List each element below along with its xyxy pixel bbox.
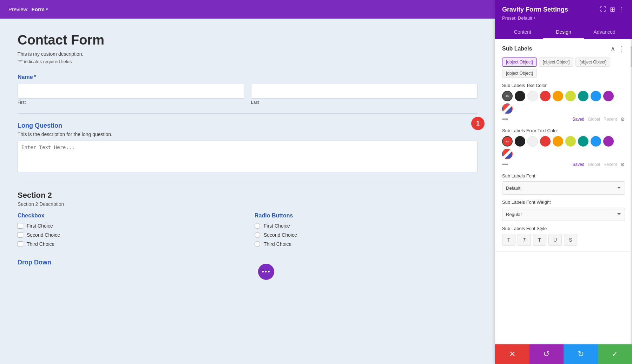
gear-icon-1[interactable]: ⚙ — [620, 116, 625, 122]
swatch-gradient-text[interactable] — [502, 103, 513, 114]
collapse-button[interactable]: ∧ — [611, 45, 615, 53]
first-name-input[interactable] — [18, 84, 244, 99]
form-content: 1 Contact Form This is my custom descrip… — [0, 19, 495, 364]
two-col: Checkbox First Choice Second Choice Thir… — [18, 213, 478, 250]
required-star: * — [34, 74, 36, 80]
font-select[interactable]: Default Arial Georgia — [502, 181, 625, 195]
radio-item-2[interactable]: Second Choice — [255, 232, 478, 238]
checkbox-item-2[interactable]: Second Choice — [18, 232, 241, 238]
checkbox-box-1[interactable] — [18, 223, 23, 229]
swatch-blue-text[interactable] — [591, 91, 601, 101]
swatch-gradient-error[interactable] — [502, 149, 513, 159]
swatch-yellow-error[interactable] — [565, 136, 576, 147]
radio-choice-1: First Choice — [264, 223, 290, 229]
settings-panel: Gravity Form Settings ⛶ ⊞ ⋮ Preset: Defa… — [495, 0, 632, 364]
font-style-underline[interactable]: U — [548, 234, 562, 246]
swatch-white-error[interactable] — [527, 136, 538, 147]
font-weight-select[interactable]: Regular Bold Light — [502, 208, 625, 221]
checkbox-item-3[interactable]: Third Choice — [18, 241, 241, 247]
settings-header: Gravity Form Settings ⛶ ⊞ ⋮ Preset: Defa… — [495, 0, 632, 39]
float-dots-button[interactable]: ••• — [258, 264, 274, 280]
checkbox-box-3[interactable] — [18, 241, 23, 247]
saved-label-1[interactable]: Saved — [572, 117, 584, 122]
radio-item-1[interactable]: First Choice — [255, 223, 478, 229]
tab-content[interactable]: Content — [502, 26, 543, 39]
dropdown-label: Drop Down — [18, 259, 478, 266]
global-label-1[interactable]: Global — [588, 117, 600, 122]
form-name: Form — [32, 6, 45, 12]
swatch-purple-error[interactable] — [603, 136, 614, 147]
object-tab-2[interactable]: [object Object] — [575, 58, 610, 67]
swatch-pencil-text[interactable]: ✏ — [502, 91, 513, 101]
swatch-red-error[interactable] — [540, 136, 551, 147]
long-question-textarea[interactable] — [18, 141, 478, 172]
object-tabs: [object Object] [object Object] [object … — [502, 58, 625, 78]
long-question-label: Long Question — [18, 122, 478, 129]
swatch-teal-error[interactable] — [578, 136, 588, 147]
form-description: This is my custom description. — [18, 51, 478, 57]
swatch-teal-text[interactable] — [578, 91, 588, 101]
checkbox-box-2[interactable] — [18, 232, 23, 238]
name-field-label: Name * — [18, 74, 478, 80]
more-options-icon[interactable]: ⋮ — [619, 6, 625, 13]
cancel-button[interactable]: ✕ — [495, 344, 529, 364]
settings-body: Sub Labels ∧ ⋮ [object Object] [object O… — [495, 39, 632, 344]
scroll-indicator — [631, 39, 632, 344]
font-style-strikethrough[interactable]: S — [564, 234, 577, 246]
swatch-black-error[interactable] — [515, 136, 525, 147]
global-label-2[interactable]: Global — [588, 162, 600, 167]
swatch-red-text[interactable] — [540, 91, 551, 101]
sub-section-more-icon[interactable]: ⋮ — [619, 45, 625, 53]
object-tab-1[interactable]: [object Object] — [539, 58, 574, 67]
swatch-black-text[interactable] — [515, 91, 525, 101]
divider-1 — [18, 113, 478, 114]
radio-choice-2: Second Choice — [264, 232, 297, 238]
object-tab-3[interactable]: [object Object] — [502, 69, 537, 78]
color-dots-icon[interactable]: ••• — [502, 116, 508, 122]
swatch-purple-text[interactable] — [603, 91, 614, 101]
font-style-row: T T T U S — [502, 234, 625, 246]
save-button[interactable]: ✓ — [598, 344, 632, 364]
expand-icon[interactable]: ⛶ — [600, 6, 606, 13]
error-color-label: Sub Labels Error Text Color — [502, 128, 625, 133]
swatch-yellow-text[interactable] — [565, 91, 576, 101]
form-dropdown[interactable]: Form ▾ — [32, 6, 48, 12]
checkbox-item-1[interactable]: First Choice — [18, 223, 241, 229]
gear-icon-2[interactable]: ⚙ — [620, 162, 625, 167]
radio-circle-1[interactable] — [255, 223, 260, 229]
saved-label-2[interactable]: Saved — [572, 162, 584, 167]
swatch-white-text[interactable] — [527, 91, 538, 101]
object-tab-0[interactable]: [object Object] — [502, 58, 537, 67]
radio-circle-2[interactable] — [255, 232, 260, 238]
text-color-label: Sub Labels Text Color — [502, 83, 625, 88]
undo-button[interactable]: ↺ — [529, 344, 564, 364]
last-name-input[interactable] — [251, 84, 478, 99]
recent-label-2[interactable]: Recent — [604, 162, 617, 167]
scroll-thumb — [631, 46, 632, 67]
font-style-normal[interactable]: T — [502, 234, 515, 246]
settings-header-icons: ⛶ ⊞ ⋮ — [600, 6, 625, 13]
font-weight-label: Sub Labels Font Weight — [502, 200, 625, 205]
checkbox-label: Checkbox — [18, 213, 241, 219]
tab-advanced[interactable]: Advanced — [584, 26, 625, 39]
redo-button[interactable]: ↻ — [564, 344, 598, 364]
layout-icon[interactable]: ⊞ — [610, 6, 615, 13]
radio-circle-3[interactable] — [255, 241, 260, 247]
swatch-orange-error[interactable] — [553, 136, 563, 147]
font-style-label: Sub Labels Font Style — [502, 226, 625, 231]
swatch-blue-error[interactable] — [591, 136, 601, 147]
recent-label-1[interactable]: Recent — [604, 117, 617, 122]
color-dots-error-icon[interactable]: ••• — [502, 161, 508, 168]
sub-section-header: Sub Labels ∧ ⋮ — [502, 45, 625, 53]
form-preview-area: Preview: Form ▾ 1 Contact Form This is m… — [0, 0, 495, 364]
swatch-pencil-error[interactable]: ✏ — [502, 136, 513, 147]
error-color-meta: ••• Saved Global Recent ⚙ — [502, 161, 625, 168]
radio-item-3[interactable]: Third Choice — [255, 241, 478, 247]
swatch-orange-text[interactable] — [553, 91, 563, 101]
font-style-bold[interactable]: T — [533, 234, 546, 246]
section2-header: Section 2 — [18, 191, 478, 200]
tab-design[interactable]: Design — [543, 26, 584, 39]
font-style-italic[interactable]: T — [518, 234, 531, 246]
long-question-desc: This is the description for the long que… — [18, 132, 478, 137]
text-color-swatches: ✏ — [502, 91, 625, 114]
